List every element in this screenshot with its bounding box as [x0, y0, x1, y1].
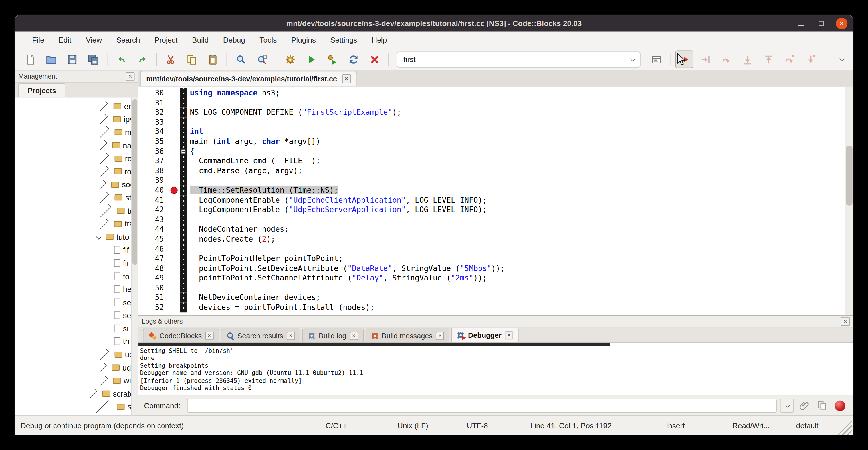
logtab-close-button[interactable]: ×	[505, 331, 513, 339]
logtab-close-button[interactable]: ×	[286, 331, 295, 340]
breakpoint-margin[interactable]	[168, 283, 180, 293]
logtab-debugger[interactable]: Debugger×	[452, 328, 519, 342]
new-file-button[interactable]	[21, 51, 39, 68]
breakpoint-margin[interactable]	[168, 88, 180, 98]
tree-item-th[interactable]: th	[15, 335, 138, 348]
chevron-collapsed-icon[interactable]	[97, 349, 109, 360]
editor-tab-close-button[interactable]: ×	[342, 74, 351, 83]
tree-item-fo[interactable]: fo	[15, 270, 138, 283]
step-into-button[interactable]	[739, 51, 756, 68]
command-history-dropdown[interactable]	[780, 399, 794, 413]
tree-item-traff[interactable]: traff	[15, 217, 138, 231]
chevron-collapsed-icon[interactable]	[97, 101, 108, 112]
tree-item-mat[interactable]: mat	[15, 126, 138, 139]
tree-item-nam[interactable]: nam	[15, 139, 138, 152]
breakpoint-margin[interactable]	[168, 127, 180, 137]
menu-debug[interactable]: Debug	[216, 32, 252, 48]
select-target-button[interactable]	[647, 51, 665, 68]
abort-button[interactable]	[365, 51, 383, 68]
breakpoint-margin[interactable]	[168, 224, 180, 234]
maximize-button[interactable]	[815, 18, 827, 29]
breakpoint-margin[interactable]	[168, 156, 180, 166]
breakpoint-margin[interactable]	[168, 186, 180, 195]
titlebar[interactable]: mnt/dev/tools/source/ns-3-dev/examples/t…	[15, 15, 853, 31]
close-button[interactable]: ×	[836, 18, 848, 29]
command-input[interactable]	[187, 399, 777, 413]
breakpoint-margin[interactable]	[168, 234, 180, 244]
chevron-collapsed-icon[interactable]	[98, 204, 111, 217]
editor-scrollbar[interactable]	[845, 87, 853, 315]
resize-grip[interactable]	[837, 421, 852, 435]
menu-help[interactable]: Help	[364, 32, 394, 48]
debugger-stop-button[interactable]	[835, 400, 845, 411]
save-all-button[interactable]	[84, 51, 102, 68]
breakpoint-margin[interactable]	[168, 254, 180, 264]
chevron-collapsed-icon[interactable]	[88, 389, 97, 399]
tree-item-scratch[interactable]: scratch	[15, 387, 138, 400]
attach-button[interactable]	[797, 398, 811, 413]
tree-item-sock[interactable]: sock	[15, 178, 138, 191]
tree-item-fir[interactable]: fir	[15, 257, 138, 270]
build-target-combobox[interactable]: first	[397, 51, 641, 67]
next-line-button[interactable]	[717, 51, 735, 68]
undo-button[interactable]	[113, 51, 130, 68]
scrollbar-thumb[interactable]	[846, 146, 852, 205]
breakpoint-margin[interactable]	[168, 302, 180, 312]
find-button[interactable]	[232, 51, 250, 68]
tree-item-udp[interactable]: udp	[15, 348, 138, 361]
tree-item-tuto[interactable]: tuto	[15, 231, 138, 244]
breakpoint-margin[interactable]	[168, 205, 180, 215]
menu-search[interactable]: Search	[109, 32, 147, 48]
chevron-collapsed-icon[interactable]	[97, 180, 106, 189]
build-button[interactable]	[281, 51, 299, 68]
breakpoint-margin[interactable]	[168, 137, 180, 147]
paste-button[interactable]	[204, 51, 221, 68]
tree-item-fif[interactable]: fif	[15, 244, 138, 257]
tree-item-he[interactable]: he	[15, 283, 138, 296]
tree-item-wire[interactable]: wire	[15, 374, 138, 387]
minimize-button[interactable]	[795, 18, 807, 29]
chevron-collapsed-icon[interactable]	[97, 376, 107, 386]
toolbar-overflow-chevron[interactable]	[839, 56, 845, 61]
build-and-run-button[interactable]	[323, 51, 341, 68]
tab-projects[interactable]: Projects	[18, 83, 66, 97]
logs-close-button[interactable]: ×	[841, 317, 850, 326]
tree-item-udp-[interactable]: udp-	[15, 361, 138, 374]
menu-build[interactable]: Build	[185, 32, 216, 48]
tree-item-se[interactable]: se	[15, 309, 138, 322]
find-in-files-button[interactable]	[253, 51, 271, 68]
tree-item-tcp[interactable]: tcp	[15, 204, 138, 217]
chevron-collapsed-icon[interactable]	[97, 166, 109, 177]
logtab-build-log[interactable]: Build log×	[302, 328, 364, 342]
tree-item-src[interactable]: src	[15, 400, 138, 414]
breakpoint-margin[interactable]	[168, 215, 180, 224]
cut-button[interactable]	[162, 51, 180, 68]
tree-item-se[interactable]: se	[15, 296, 138, 309]
breakpoint-margin[interactable]	[168, 98, 180, 108]
chevron-collapsed-icon[interactable]	[97, 114, 107, 124]
management-scrollbar[interactable]	[131, 97, 138, 416]
breakpoint-margin[interactable]	[168, 117, 180, 127]
menu-edit[interactable]: Edit	[51, 32, 79, 48]
menu-project[interactable]: Project	[147, 32, 185, 48]
next-instruction-button[interactable]	[781, 51, 798, 68]
breakpoint-marker[interactable]	[170, 187, 178, 194]
breakpoint-margin[interactable]	[168, 176, 180, 186]
step-into-instruction-button[interactable]	[802, 51, 819, 68]
logtab-code-blocks[interactable]: Code::Blocks×	[143, 328, 219, 342]
breakpoint-margin[interactable]	[168, 244, 180, 254]
breakpoint-margin[interactable]	[168, 147, 180, 156]
management-close-button[interactable]: ×	[126, 72, 134, 81]
run-to-cursor-button[interactable]	[696, 51, 714, 68]
breakpoint-margin[interactable]	[168, 264, 180, 273]
logtab-close-button[interactable]: ×	[205, 331, 213, 340]
breakpoint-margin[interactable]	[168, 273, 180, 283]
chevron-collapsed-icon[interactable]	[90, 400, 110, 414]
tree-item-si[interactable]: si	[15, 322, 138, 335]
menu-file[interactable]: File	[25, 32, 51, 48]
chevron-collapsed-icon[interactable]	[97, 141, 107, 150]
menu-settings[interactable]: Settings	[323, 32, 364, 48]
open-file-button[interactable]	[42, 51, 60, 68]
breakpoint-margin[interactable]	[168, 293, 180, 302]
logtab-close-button[interactable]: ×	[349, 331, 358, 340]
